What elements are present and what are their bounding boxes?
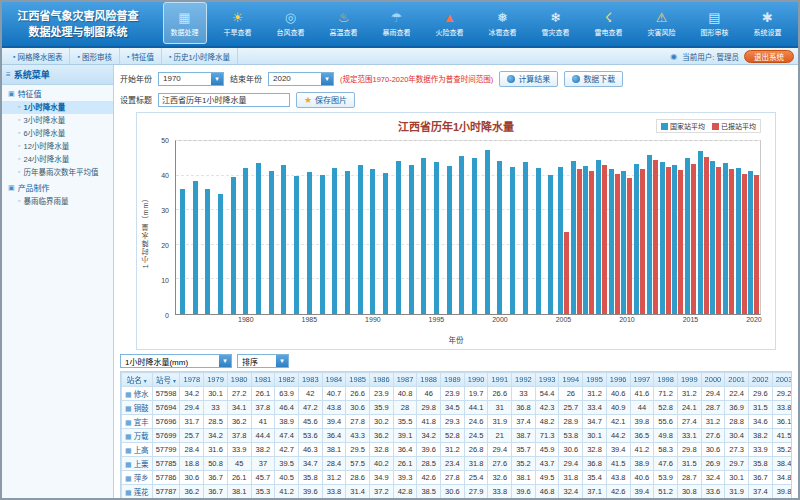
column-header-1980[interactable]: 1980 — [227, 373, 251, 387]
station-row-57799[interactable]: ▦上高5779928.431.633.938.242.746.338.129.5… — [122, 443, 793, 457]
subtab-chart-review[interactable]: ▪图形审核 — [70, 48, 119, 64]
toolbar-drought-view[interactable]: ☀干旱查看 — [216, 2, 260, 44]
station-icon: ▦ — [125, 419, 132, 426]
column-header-2003[interactable]: 2003 — [772, 373, 792, 387]
column-header-1981[interactable]: 1981 — [251, 373, 275, 387]
column-header-2001[interactable]: 2001 — [725, 373, 749, 387]
subtab-history-1h-rain[interactable]: ▪历史1小时降水量 — [162, 48, 238, 64]
calculate-button[interactable]: 计算结果 — [499, 71, 558, 87]
station-row-57785[interactable]: ▦上栗5778518.850.8453739.534.728.457.540.2… — [122, 457, 793, 471]
toolbar-snow-view[interactable]: ❄雪灾查看 — [534, 2, 578, 44]
toolbar-fire-risk-view[interactable]: ▲火险查看 — [428, 2, 472, 44]
doc-icon: ▫ — [18, 197, 20, 205]
bars-1996 — [443, 141, 456, 314]
chart-title-input[interactable] — [158, 93, 290, 107]
national-avg-bar-1984 — [294, 176, 299, 314]
sidebar-group-product-make[interactable]: ▣产品制作 — [2, 179, 113, 195]
sidebar-item-rain-12h[interactable]: ▫12小时降水量 — [2, 140, 113, 153]
end-year-select[interactable]: 2020 ▾ — [268, 72, 334, 86]
sort-select[interactable]: 排序 ▾ — [237, 354, 289, 368]
app-header: 江西省气象灾害风险普查 数据处理与制图系统 ▦数据处理☀干旱查看◎台风查看♨高温… — [2, 2, 798, 48]
bars-2015: 2015 — [684, 141, 697, 314]
column-header-1987[interactable]: 1987 — [393, 373, 417, 387]
column-header-1989[interactable]: 1989 — [441, 373, 465, 387]
national-avg-bar-1988 — [345, 171, 350, 314]
toolbar-hail-view[interactable]: ❅冰雹查看 — [481, 2, 525, 44]
column-header-id[interactable]: 站号▾ — [152, 373, 180, 387]
metric-select[interactable]: 1小时降水量(mm) ▾ — [120, 354, 232, 368]
legend-reported-avg: 已报站平均 — [712, 121, 756, 131]
toolbar-rainstorm-view[interactable]: ☂暴雨查看 — [375, 2, 419, 44]
chevron-down-icon[interactable]: ▾ — [219, 355, 231, 367]
column-header-1993[interactable]: 1993 — [535, 373, 559, 387]
bars-1977 — [201, 141, 214, 314]
subtab-feature-value[interactable]: ▪特征值 — [120, 48, 162, 64]
sidebar-item-rain-1h[interactable]: ▫1小时降水量 — [2, 101, 113, 114]
chevron-down-icon[interactable]: ▾ — [276, 355, 288, 367]
subtab-grid-rain-chart[interactable]: ▪网格降水图表 — [6, 48, 70, 64]
column-header-1982[interactable]: 1982 — [275, 373, 299, 387]
column-header-1979[interactable]: 1979 — [204, 373, 228, 387]
column-header-1991[interactable]: 1991 — [488, 373, 512, 387]
column-header-1978[interactable]: 1978 — [180, 373, 204, 387]
plot-area: 198019851990199520002005201020152020 — [175, 140, 761, 315]
y-axis-ticks: 01020304050 — [155, 140, 172, 315]
sidebar-item-storm-critical[interactable]: ▫暴雨临界雨量 — [2, 195, 113, 208]
main-content[interactable]: 开始年份 1970 ▾ 结束年份 2020 ▾ (规定范围1970-2020年数… — [114, 65, 798, 498]
bars-1979 — [227, 141, 240, 314]
column-header-1996[interactable]: 1996 — [606, 373, 630, 387]
toolbar-data-process[interactable]: ▦数据处理 — [163, 2, 207, 44]
station-row-57699[interactable]: ▦万载5769925.734.237.844.447.453.636.443.3… — [122, 429, 793, 443]
station-row-57787[interactable]: ▦莲花5778736.236.738.135.341.239.633.831.4… — [122, 485, 793, 499]
sidebar-item-storm-days-avg[interactable]: ▫历年暴雨次数年平均值 — [2, 166, 113, 179]
start-year-select[interactable]: 1970 ▾ — [158, 72, 224, 86]
sidebar-item-rain-3h[interactable]: ▫3小时降水量 — [2, 114, 113, 127]
column-header-1983[interactable]: 1983 — [298, 373, 322, 387]
bars-2018 — [722, 141, 735, 314]
column-header-1998[interactable]: 1998 — [654, 373, 678, 387]
column-header-1999[interactable]: 1999 — [677, 373, 701, 387]
column-header-1994[interactable]: 1994 — [559, 373, 583, 387]
sort-icon[interactable]: ▾ — [144, 378, 147, 384]
bars-2019 — [735, 141, 748, 314]
station-row-57598[interactable]: ▦修水5759834.230.127.226.163.94240.726.623… — [122, 387, 793, 401]
column-header-1985[interactable]: 1985 — [346, 373, 370, 387]
bars-1999 — [481, 141, 494, 314]
column-header-2002[interactable]: 2002 — [748, 373, 772, 387]
column-header-1995[interactable]: 1995 — [583, 373, 607, 387]
column-header-1986[interactable]: 1986 — [369, 373, 393, 387]
column-header-name[interactable]: 站名▾ — [122, 373, 153, 387]
toolbar-system-settings[interactable]: ✱系统设置 — [746, 2, 790, 44]
logout-button[interactable]: 退出系统 — [744, 50, 794, 63]
toolbar-lightning-view[interactable]: ☇雷电查看 — [587, 2, 631, 44]
chevron-down-icon[interactable]: ▾ — [211, 73, 223, 85]
national-avg-bar-2008 — [596, 160, 601, 314]
tab-icon: ▪ — [169, 53, 171, 60]
national-avg-bar-2006 — [571, 161, 576, 314]
tab-icon: ▪ — [77, 53, 79, 60]
column-header-1992[interactable]: 1992 — [512, 373, 536, 387]
chevron-down-icon[interactable]: ▾ — [321, 73, 333, 85]
toolbar-chart-review[interactable]: ▤图形审核 — [693, 2, 737, 44]
toolbar-high-temp-view[interactable]: ♨高温查看 — [322, 2, 366, 44]
toolbar-typhoon-view[interactable]: ◎台风查看 — [269, 2, 313, 44]
column-header-1990[interactable]: 1990 — [464, 373, 488, 387]
station-row-57696[interactable]: ▦宜丰5769631.728.536.24138.945.639.427.830… — [122, 415, 793, 429]
download-button[interactable]: 数据下载 — [564, 71, 623, 87]
station-table-wrap[interactable]: 站名▾站号▾1978197919801981198219831984198519… — [120, 371, 792, 498]
toolbar-disaster-risk[interactable]: ⚠灾害风险 — [640, 2, 684, 44]
sidebar-group-feature-values[interactable]: ▣特征值 — [2, 85, 113, 101]
column-header-2000[interactable]: 2000 — [701, 373, 725, 387]
national-avg-bar-2010 — [621, 171, 626, 314]
sidebar-item-rain-6h[interactable]: ▫6小时降水量 — [2, 127, 113, 140]
column-header-1988[interactable]: 1988 — [417, 373, 441, 387]
station-row-57694[interactable]: ▦铜鼓5769429.43334.137.846.447.243.830.635… — [122, 401, 793, 415]
column-header-1984[interactable]: 1984 — [322, 373, 346, 387]
sort-icon[interactable]: ▾ — [173, 378, 176, 384]
current-user-label: 当前用户: 管理员 — [682, 51, 739, 62]
sidebar-item-rain-24h[interactable]: ▫24小时降水量 — [2, 153, 113, 166]
national-avg-bar-2014 — [672, 165, 677, 314]
save-image-button[interactable]: ★ 保存图片 — [296, 92, 355, 108]
column-header-1997[interactable]: 1997 — [630, 373, 654, 387]
station-row-57786[interactable]: ▦萍乡5778630.636.726.145.740.535.831.228.6… — [122, 471, 793, 485]
